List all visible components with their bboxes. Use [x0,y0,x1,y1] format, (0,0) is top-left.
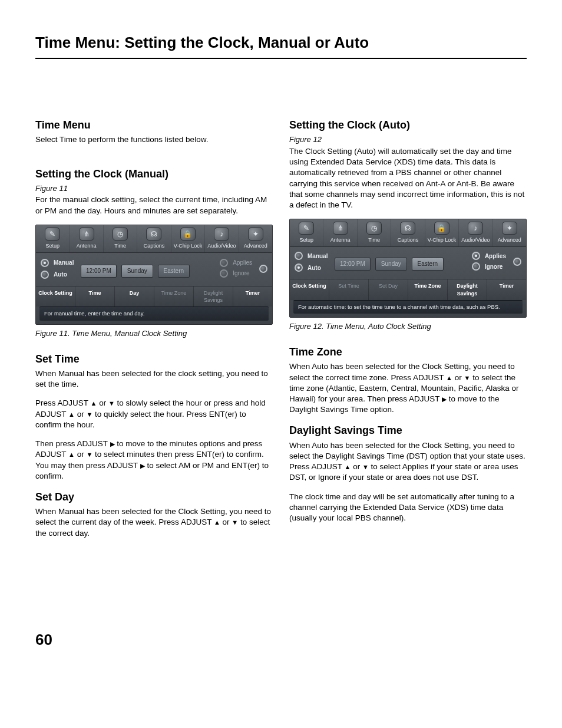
osd-tab-time: ◷Time [104,225,137,252]
right-arrow-icon: ▶ [140,463,145,469]
heading-time-menu: Time Menu [35,118,273,132]
figure-11-caption: Figure 11. Time Menu, Manual Clock Setti… [35,328,273,339]
set-day-p1: When Manual has been selected for the Cl… [35,506,273,539]
osd-tab-setup: ✎Setup [290,219,323,246]
label-auto: Auto [308,264,321,272]
value-day: Sunday [375,258,407,271]
set-time-p3: Then press ADJUST ▶ to move to the minut… [35,439,273,482]
radio-applies [220,259,228,267]
osd-tab-advanced: ✦Advanced [493,219,526,246]
figure-12-osd: ✎Setup ⋔Antenna ◷Time ☊Captions 🔒V-Chip … [289,219,527,318]
opt-dst: Daylight Savings [194,286,233,307]
osd-tab-antenna: ⋔Antenna [323,219,357,246]
captions-icon: ☊ [400,222,415,235]
page-title: Time Menu: Setting the Clock, Manual or … [35,32,527,53]
label-applies: Applies [485,252,506,261]
osd-tab-vchip: 🔒V-Chip Lock [171,225,205,252]
up-arrow-icon: ▲ [345,464,351,470]
heading-set-time: Set Time [35,352,273,366]
value-time: 12:00 PM [81,265,117,278]
label-ignore: Ignore [485,263,503,271]
osd-tab-advanced: ✦Advanced [239,225,272,252]
antenna-icon: ⋔ [333,222,348,235]
opt-time-zone: Time Zone [408,279,448,299]
setup-icon: ✎ [299,222,314,235]
figure-12-ref: Figure 12 [289,134,527,145]
osd-tab-captions: ☊Captions [391,219,425,246]
advanced-icon: ✦ [502,222,517,235]
value-timezone: Eastern [158,265,190,278]
label-auto: Auto [54,271,67,279]
page-number: 60 [35,630,527,650]
down-arrow-icon: ▼ [86,452,92,458]
advanced-icon: ✦ [248,228,263,241]
heading-dst: Daylight Savings Time [289,423,527,437]
osd-tab-audiovideo: ♪Audio/Video [459,219,492,246]
figure-11-ref: Figure 11 [35,183,273,194]
time-zone-p1: When Auto has been selected for the Cloc… [289,361,527,415]
opt-clock-setting: Clock Setting [290,279,329,299]
down-arrow-icon: ▼ [464,375,471,381]
heading-time-zone: Time Zone [289,345,527,359]
up-arrow-icon: ▲ [68,411,75,418]
down-arrow-icon: ▼ [362,464,369,470]
right-column: Setting the Clock (Auto) Figure 12 The C… [289,118,527,547]
radio-timer [259,265,267,273]
down-arrow-icon: ▼ [108,400,115,407]
heading-auto-clock: Setting the Clock (Auto) [289,118,527,132]
value-time: 12:00 PM [335,258,371,271]
up-arrow-icon: ▲ [446,375,452,381]
osd-tab-time: ◷Time [358,219,391,246]
auto-clock-desc: The Clock Setting (Auto) will automatica… [289,146,527,210]
lock-icon: 🔒 [434,222,449,235]
manual-clock-desc: For the manual clock setting, select the… [35,195,273,216]
opt-time: Time [75,286,115,307]
opt-time-zone: Time Zone [154,286,194,307]
label-manual: Manual [308,252,328,261]
antenna-icon: ⋔ [79,228,94,241]
opt-set-time: Set Time [329,279,369,299]
up-arrow-icon: ▲ [91,400,97,407]
right-arrow-icon: ▶ [110,441,115,447]
radio-manual [295,252,303,260]
label-applies: Applies [233,259,252,267]
value-timezone: Eastern [412,258,444,271]
osd-tab-antenna: ⋔Antenna [70,225,103,252]
figure-12-caption: Figure 12. Time Menu, Auto Clock Setting [289,321,527,332]
lock-icon: 🔒 [180,228,196,241]
opt-clock-setting: Clock Setting [36,286,75,307]
heading-manual-clock: Setting the Clock (Manual) [35,167,273,181]
time-menu-intro: Select Time to perform the functions lis… [35,134,273,145]
captions-icon: ☊ [146,228,161,241]
opt-timer: Timer [487,279,526,299]
value-day: Sunday [121,265,153,278]
radio-timer [513,258,521,266]
up-arrow-icon: ▲ [214,519,220,526]
audiovideo-icon: ♪ [214,228,229,241]
figure-11-osd: ✎Setup ⋔Antenna ◷Time ☊Captions 🔒V-Chip … [35,225,273,325]
right-arrow-icon: ▶ [442,396,447,403]
opt-day: Day [115,286,154,307]
radio-ignore [220,269,228,278]
clock-icon: ◷ [366,222,382,235]
heading-set-day: Set Day [35,490,273,504]
radio-auto [295,263,303,272]
osd-tab-vchip: 🔒V-Chip Lock [425,219,459,246]
dst-p1: When Auto has been selected for the Cloc… [289,440,527,483]
up-arrow-icon: ▲ [68,452,75,458]
radio-applies [472,252,480,260]
label-manual: Manual [54,259,74,267]
set-time-p2: Press ADJUST ▲ or ▼ to slowly select the… [35,398,273,430]
left-column: Time Menu Select Time to perform the fun… [35,118,273,547]
hint-bar-fig11: For manual time, enter the time and day. [39,307,269,321]
audiovideo-icon: ♪ [468,222,483,235]
hint-bar-fig12: For automatic time: to set the time tune… [293,300,523,314]
osd-tab-audiovideo: ♪Audio/Video [205,225,239,252]
set-time-p1: When Manual has been selected for the cl… [35,368,273,390]
down-arrow-icon: ▼ [86,411,92,418]
opt-set-day: Set Day [369,279,408,299]
title-rule [35,58,527,59]
down-arrow-icon: ▼ [232,519,238,526]
dst-p2: The clock time and day will be set autom… [289,492,527,524]
opt-timer: Timer [233,286,272,307]
